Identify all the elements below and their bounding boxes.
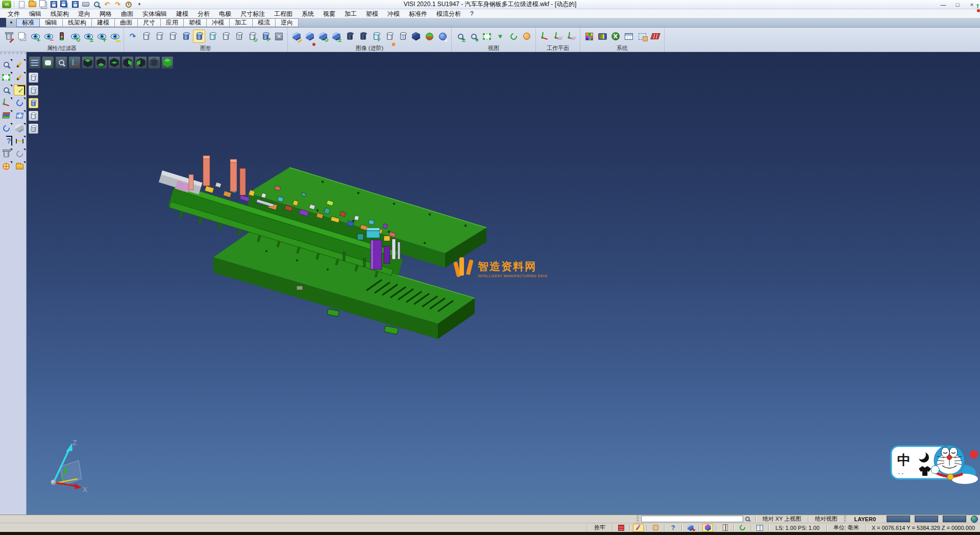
tab-standard[interactable]: 标准 [16, 18, 40, 27]
tab-dropdown-icon[interactable]: ▼ [6, 18, 16, 27]
edit-delete-icon[interactable] [14, 59, 26, 70]
menu-item-help[interactable]: ? [465, 9, 478, 18]
window-layout-icon[interactable] [14, 110, 26, 121]
workplane-1-icon[interactable] [538, 30, 551, 43]
color-palette-icon[interactable] [583, 30, 595, 43]
zoom-window-icon[interactable] [454, 30, 467, 43]
view-rotate-icon[interactable] [507, 30, 520, 43]
tab-surface[interactable]: 曲面 [114, 18, 138, 27]
shade-sphere-icon[interactable] [423, 30, 435, 43]
menu-item-electrode[interactable]: 电极 [214, 9, 236, 18]
menu-item-surface[interactable]: 曲面 [116, 9, 138, 18]
sketch-icon[interactable] [14, 71, 26, 83]
layer-color-swatch-2[interactable] [915, 516, 938, 522]
open-file-icon[interactable] [28, 0, 37, 9]
new-file-icon[interactable] [17, 0, 26, 9]
lock-toggle-label[interactable]: 拴牢 [590, 524, 609, 531]
menu-item-modeling[interactable]: 建模 [172, 9, 193, 18]
stamp-toggle-icon[interactable] [650, 524, 661, 532]
model-3d[interactable]: 智造资料网 INTELLIGENT MANUFACTURING DATA Z X [27, 52, 980, 515]
dynamic-view-icon[interactable] [1, 59, 12, 70]
view-bottom-button[interactable] [95, 56, 107, 69]
menu-item-machining[interactable]: 加工 [340, 9, 361, 18]
tab-wireframe[interactable]: 线架构 [62, 18, 92, 27]
refresh-visibility-icon[interactable] [69, 30, 81, 43]
qat-dropdown-icon[interactable]: ▾ [135, 0, 144, 9]
hide-all-icon[interactable] [109, 30, 121, 43]
layer-color-swatch-1[interactable] [887, 516, 910, 522]
view-iso-wire-button[interactable] [148, 56, 160, 69]
grid-toggle-icon[interactable] [754, 524, 765, 532]
snap-grid-toggle-icon[interactable] [616, 524, 626, 532]
close-button[interactable]: × [965, 1, 979, 9]
max-button[interactable]: □ [950, 1, 965, 9]
layer-settings-icon[interactable] [273, 30, 285, 43]
viewport-3d[interactable]: 智造资料网 INTELLIGENT MANUFACTURING DATA Z X [27, 52, 980, 515]
regen-icon[interactable] [1, 123, 12, 134]
hide-entity-icon[interactable] [42, 30, 55, 43]
layer-color-swatch-3[interactable] [943, 516, 966, 522]
menu-item-reverse[interactable]: 逆向 [74, 9, 95, 18]
ime-toolbar[interactable]: 中 ，。 [890, 442, 980, 489]
zoom-selected-icon[interactable] [468, 30, 480, 43]
bars-toggle-icon[interactable] [720, 524, 730, 532]
confirm-check-icon[interactable] [14, 84, 26, 95]
clear-attributes-icon[interactable] [3, 30, 15, 43]
workplane-2-icon[interactable] [552, 30, 564, 43]
zoom-solid-icon[interactable] [1, 84, 12, 95]
menu-item-mesh[interactable]: 网格 [95, 9, 116, 18]
layer-blue-icon[interactable] [180, 30, 192, 43]
absolute-view-label[interactable]: 绝对视图 [811, 515, 842, 523]
units-label[interactable]: 单位: 毫米 [829, 524, 863, 531]
save-icon[interactable] [49, 0, 58, 9]
layer-wireframe-icon[interactable] [233, 30, 245, 43]
menu-item-analysis[interactable]: 分析 [193, 9, 214, 18]
body-check-icon[interactable] [370, 30, 382, 43]
layer-white-3-icon[interactable] [166, 30, 179, 43]
body-page-icon[interactable] [383, 30, 396, 43]
attributes-palette-icon[interactable] [1, 110, 12, 121]
view-section-button[interactable] [108, 56, 120, 69]
filter-cyl-4-button[interactable] [29, 111, 38, 121]
view-top-button[interactable] [82, 56, 94, 69]
copy-pages-icon[interactable] [38, 0, 47, 9]
solid-refresh-icon[interactable] [317, 30, 329, 43]
menu-item-drawing[interactable]: 工程图 [270, 9, 297, 18]
menu-item-solid-edit[interactable]: 实体编辑 [138, 9, 172, 18]
fit-view-icon[interactable] [481, 30, 493, 43]
menu-item-stamping[interactable]: 冲模 [383, 9, 404, 18]
measure-icon[interactable] [14, 135, 26, 147]
grid-snap-icon[interactable] [636, 30, 648, 43]
workplane-3-icon[interactable] [565, 30, 577, 43]
fit-window-icon[interactable] [1, 71, 12, 83]
recent-history-icon[interactable] [124, 0, 133, 9]
menu-item-dimension[interactable]: 尺寸标注 [236, 9, 270, 18]
grip-handle[interactable] [844, 516, 846, 522]
view-left-button[interactable] [135, 56, 147, 69]
undo-icon[interactable]: ↶ [103, 0, 112, 9]
view-direction-icon[interactable]: ▾ [494, 30, 506, 43]
delete-icon[interactable] [1, 148, 12, 159]
search-input[interactable] [641, 516, 743, 522]
layer-copy-icon[interactable] [246, 30, 258, 43]
cube-shade-toggle-icon[interactable] [702, 524, 713, 532]
tab-apply[interactable]: 应用 [160, 18, 184, 27]
menu-item-flow-analysis[interactable]: 模流分析 [432, 9, 465, 18]
viewport-menu-icon[interactable] [29, 56, 41, 69]
axis-button[interactable] [68, 56, 81, 69]
tab-machining[interactable]: 加工 [229, 18, 253, 27]
ime-punct-label[interactable]: ，。 [896, 469, 906, 475]
layer-light-icon[interactable] [219, 30, 232, 43]
filter-cyl-1-button[interactable] [29, 72, 38, 83]
ime-red-dot[interactable] [970, 450, 978, 458]
filter-cyl-active-button[interactable] [29, 98, 38, 108]
layer-move-icon[interactable] [259, 30, 272, 43]
show-entity-icon[interactable] [29, 30, 41, 43]
menu-item-standard-parts[interactable]: 标准件 [404, 9, 432, 18]
solid-view-icon[interactable] [14, 123, 26, 134]
body-dark-1-icon[interactable] [344, 30, 356, 43]
ime-mode-label[interactable]: 中 [897, 452, 911, 468]
grip-handle[interactable] [636, 516, 639, 522]
view-mode-label[interactable]: 绝对 XY 上视图 [758, 515, 805, 523]
menu-item-system[interactable]: 系统 [297, 9, 318, 18]
